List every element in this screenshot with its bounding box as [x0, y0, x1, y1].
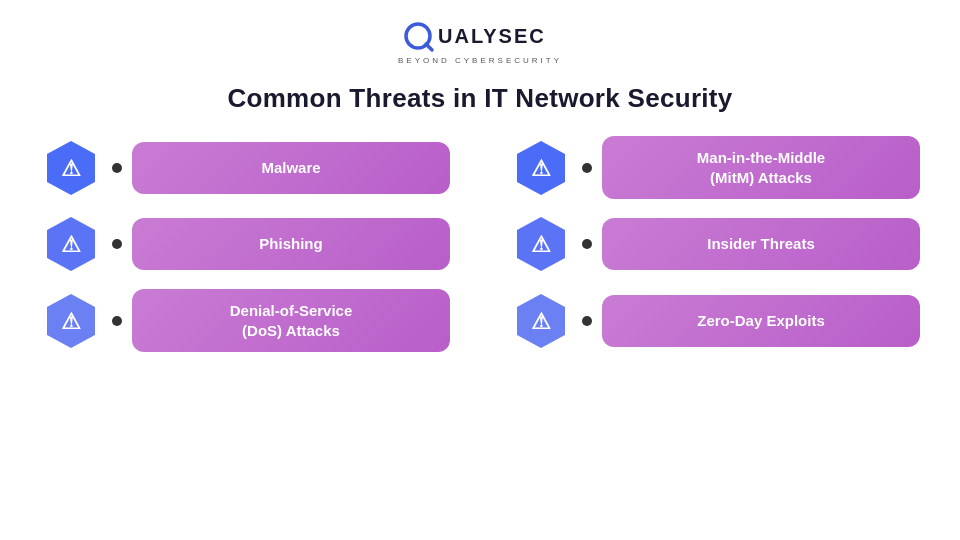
threat-row: ⚠ Malware [40, 136, 450, 199]
logo-tagline: BEYOND CYBERSECURITY [398, 56, 562, 65]
threat-row: ⚠ Insider Threats [510, 213, 920, 275]
threat-label-phishing: Phishing [132, 218, 450, 270]
warning-hex-icon: ⚠ [510, 213, 572, 275]
threat-label-mitm: Man-in-the-Middle (MitM) Attacks [602, 136, 920, 199]
logo-area: UALYSEC BEYOND CYBERSECURITY [398, 18, 562, 65]
threat-row: ⚠ Zero-Day Exploits [510, 289, 920, 352]
bullet-dot [112, 316, 122, 326]
svg-text:⚠: ⚠ [531, 232, 551, 257]
svg-line-1 [426, 44, 432, 50]
threat-row: ⚠ Phishing [40, 213, 450, 275]
warning-hex-icon: ⚠ [510, 290, 572, 352]
threat-label-dos: Denial-of-Service (DoS) Attacks [132, 289, 450, 352]
svg-text:⚠: ⚠ [61, 156, 81, 181]
warning-hex-icon: ⚠ [510, 137, 572, 199]
threats-grid: ⚠ Malware ⚠ Man-in-the-Middle (MitM) Att… [40, 136, 920, 352]
threat-label-insider: Insider Threats [602, 218, 920, 270]
threat-label-zeroday: Zero-Day Exploits [602, 295, 920, 347]
bullet-dot [582, 316, 592, 326]
page-title: Common Threats in IT Network Security [227, 83, 732, 114]
svg-text:⚠: ⚠ [61, 309, 81, 334]
svg-text:⚠: ⚠ [531, 309, 551, 334]
bullet-dot [112, 239, 122, 249]
svg-text:⚠: ⚠ [61, 232, 81, 257]
bullet-dot [112, 163, 122, 173]
threat-row: ⚠ Denial-of-Service (DoS) Attacks [40, 289, 450, 352]
svg-text:UALYSEC: UALYSEC [438, 25, 546, 47]
bullet-dot [582, 239, 592, 249]
bullet-dot [582, 163, 592, 173]
warning-hex-icon: ⚠ [40, 290, 102, 352]
threat-row: ⚠ Man-in-the-Middle (MitM) Attacks [510, 136, 920, 199]
qualysec-logo: UALYSEC [400, 18, 560, 54]
threat-label-malware: Malware [132, 142, 450, 194]
svg-text:⚠: ⚠ [531, 156, 551, 181]
warning-hex-icon: ⚠ [40, 213, 102, 275]
logo-container: UALYSEC [400, 18, 560, 54]
warning-hex-icon: ⚠ [40, 137, 102, 199]
